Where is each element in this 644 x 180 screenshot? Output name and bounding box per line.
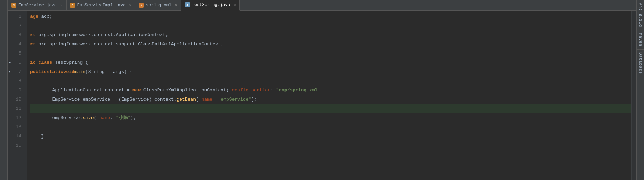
code-line-11 xyxy=(30,104,631,113)
right-panels: Ant BuildMavenDatabase xyxy=(636,0,644,180)
code-lines: age aop;rt org.springframework.context.A… xyxy=(27,11,631,180)
line-num-text-3: 3 xyxy=(18,30,21,40)
line-num-text-10: 10 xyxy=(16,95,21,104)
tab-close-emp-service[interactable]: × xyxy=(60,3,63,7)
scrollbar[interactable] xyxy=(631,11,636,180)
line-num-text-9: 9 xyxy=(18,86,21,95)
code-line-2 xyxy=(30,21,631,30)
code-line-1: age aop; xyxy=(30,12,631,21)
line-number-10: 10 xyxy=(8,95,24,104)
line-num-text-7: 7 xyxy=(18,67,21,77)
line-number-12: 12 xyxy=(8,113,24,123)
tab-close-spring-xml[interactable]: × xyxy=(175,3,177,7)
tab-icon-test-spring: J xyxy=(185,2,190,7)
line-number-1: 1 xyxy=(8,12,24,21)
fold-button-6[interactable]: ▶ xyxy=(9,58,11,67)
code-line-6: ic class TestSpring { xyxy=(30,58,631,67)
tab-icon-emp-service: J xyxy=(11,3,16,8)
tab-emp-service-impl[interactable]: JEmpServiceImpl.java× xyxy=(67,0,135,10)
line-num-text-5: 5 xyxy=(18,49,21,58)
line-num-text-14: 14 xyxy=(16,132,21,141)
project-panel xyxy=(0,0,8,180)
line-number-3: 3 xyxy=(8,30,24,40)
line-number-11: 11 xyxy=(8,104,24,113)
code-line-13 xyxy=(30,123,631,132)
code-area: 12345▶6▶789101112131415 age aop;rt org.s… xyxy=(8,11,636,180)
line-num-text-8: 8 xyxy=(18,77,21,86)
line-number-5: 5 xyxy=(8,49,24,58)
code-line-9: ApplicationContext context = new ClassPa… xyxy=(30,86,631,95)
line-num-text-1: 1 xyxy=(18,12,21,21)
fold-button-7[interactable]: ▶ xyxy=(9,67,11,77)
tab-label-spring-xml: spring.xml xyxy=(146,3,171,8)
line-numbers: 12345▶6▶789101112131415 xyxy=(8,11,27,180)
line-number-6: ▶6 xyxy=(8,58,24,67)
code-line-14: } xyxy=(30,132,631,141)
line-num-text-15: 15 xyxy=(16,141,21,150)
line-number-8: 8 xyxy=(8,77,24,86)
line-num-text-6: 6 xyxy=(18,58,21,67)
code-line-10: EmpService empService = (EmpService) con… xyxy=(30,95,631,104)
line-number-14: 14 xyxy=(8,132,24,141)
editor-container: JEmpService.java×JEmpServiceImpl.java×Xs… xyxy=(8,0,636,180)
code-line-5 xyxy=(30,49,631,58)
tab-bar: JEmpService.java×JEmpServiceImpl.java×Xs… xyxy=(8,0,636,11)
tab-icon-spring-xml: X xyxy=(139,3,144,8)
line-number-15: 15 xyxy=(8,141,24,150)
tab-close-emp-service-impl[interactable]: × xyxy=(129,3,131,7)
tab-label-test-spring: TestSpring.java xyxy=(192,2,230,7)
tab-icon-emp-service-impl: J xyxy=(70,3,75,8)
line-num-text-2: 2 xyxy=(18,21,21,30)
code-line-3: rt org.springframework.context.Applicati… xyxy=(30,30,631,40)
line-number-9: 9 xyxy=(8,86,24,95)
tab-label-emp-service-impl: EmpServiceImpl.java xyxy=(77,3,126,8)
line-number-2: 2 xyxy=(8,21,24,30)
tab-spring-xml[interactable]: Xspring.xml× xyxy=(135,0,181,10)
tab-test-spring[interactable]: JTestSpring.java× xyxy=(181,0,240,11)
line-number-4: 4 xyxy=(8,40,24,49)
right-panel-database[interactable]: Database xyxy=(637,50,644,77)
line-number-7: ▶7 xyxy=(8,67,24,77)
line-num-text-13: 13 xyxy=(16,123,21,132)
line-num-text-4: 4 xyxy=(18,40,21,49)
tab-close-test-spring[interactable]: × xyxy=(234,3,236,7)
line-num-text-12: 12 xyxy=(16,113,21,123)
right-panel-maven[interactable]: Maven xyxy=(637,30,644,50)
code-line-12: empService.save( name: "小陈"); xyxy=(30,113,631,123)
tab-emp-service[interactable]: JEmpService.java× xyxy=(8,0,67,10)
line-num-text-11: 11 xyxy=(16,104,21,113)
code-line-8 xyxy=(30,77,631,86)
code-line-15 xyxy=(30,141,631,150)
right-panel-ant-build[interactable]: Ant Build xyxy=(637,0,644,30)
tab-label-emp-service: EmpService.java xyxy=(18,3,57,8)
code-line-7: public static void main(String[] args) { xyxy=(30,67,631,77)
line-number-13: 13 xyxy=(8,123,24,132)
code-line-4: rt org.springframework.context.support.C… xyxy=(30,40,631,49)
